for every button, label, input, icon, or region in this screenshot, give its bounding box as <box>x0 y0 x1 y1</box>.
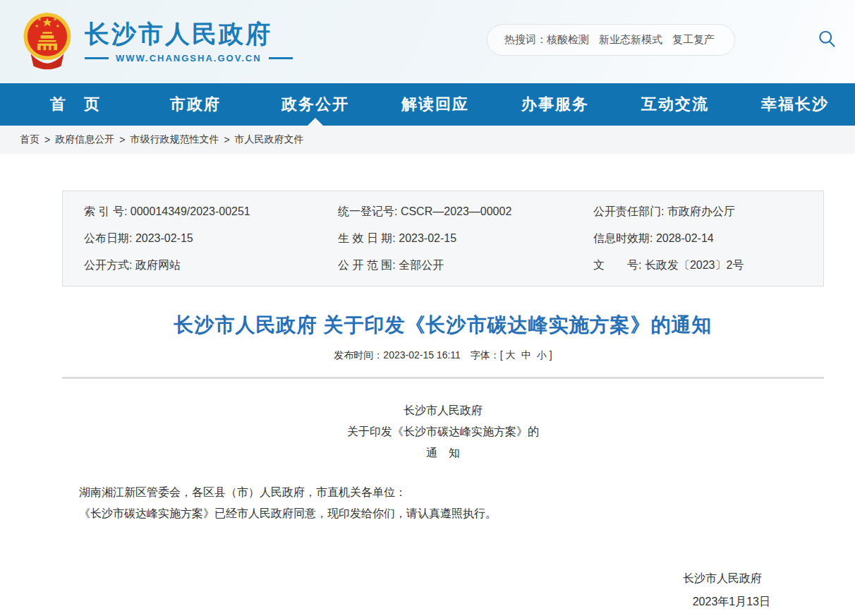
nav-item-home[interactable]: 首 页 <box>16 83 135 126</box>
article-meta-line: 发布时间：2023-02-15 16:11字体：[大中小] <box>62 349 824 362</box>
meta-effective-date: 生 效 日 期: 2023-02-15 <box>338 225 593 252</box>
breadcrumb-current: 市人民政府文件 <box>235 133 304 146</box>
national-emblem-icon <box>20 11 75 73</box>
meta-document-number: 文 号: 长政发〔2023〕2号 <box>593 252 823 279</box>
document-body: 长沙市人民政府 关于印发《长沙市碳达峰实施方案》的 通 知 湖南湘江新区管委会，… <box>62 400 824 612</box>
meta-column-3: 公开责任部门: 市政府办公厅 信息时效期: 2028-02-14 文 号: 长政… <box>593 198 823 279</box>
meta-publish-method: 公开方式: 政府网站 <box>84 252 338 279</box>
url-dash-right <box>269 57 293 59</box>
meta-publish-date: 公布日期: 2023-02-15 <box>84 225 338 252</box>
document-signature: 长沙市人民政府 2023年1月13日 <box>62 568 824 612</box>
doc-heading-line: 长沙市人民政府 <box>62 400 824 421</box>
breadcrumb: 首页 > 政府信息公开 > 市级行政规范性文件 > 市人民政府文件 <box>0 126 855 154</box>
font-size-large[interactable]: 大 <box>506 349 516 361</box>
site-url: WWW.CHANGSHA.GOV.CN <box>116 53 262 64</box>
page-title: 长沙市人民政府 关于印发《长沙市碳达峰实施方案》的通知 <box>62 313 824 337</box>
hot-keyword[interactable]: 核酸检测 <box>547 33 589 47</box>
nav-item-services[interactable]: 办事服务 <box>495 83 615 126</box>
main-content: 索 引 号: 000014349/2023-00251 公布日期: 2023-0… <box>62 191 824 612</box>
publish-time-value: 2023-02-15 16:11 <box>383 349 461 361</box>
doc-heading-line: 通 知 <box>62 442 824 464</box>
meta-index-number: 索 引 号: 000014349/2023-00251 <box>84 198 338 225</box>
nav-item-happy-changsha[interactable]: 幸福长沙 <box>735 83 855 126</box>
signature-date: 2023年1月13日 <box>62 591 824 612</box>
nav-item-interaction[interactable]: 互动交流 <box>615 83 735 126</box>
search-icon <box>817 40 837 51</box>
hot-keyword[interactable]: 复工复产 <box>672 33 715 47</box>
meta-validity-period: 信息时效期: 2028-02-14 <box>593 225 823 252</box>
meta-column-1: 索 引 号: 000014349/2023-00251 公布日期: 2023-0… <box>84 198 338 279</box>
meta-column-2: 统一登记号: CSCR—2023—00002 生 效 日 期: 2023-02-… <box>338 198 593 279</box>
active-tab-indicator <box>308 118 323 126</box>
doc-heading-line: 关于印发《长沙市碳达峰实施方案》的 <box>62 421 824 442</box>
title-divider <box>62 377 824 379</box>
site-logo[interactable]: 长沙市人民政府 WWW.CHANGSHA.GOV.CN <box>20 11 293 73</box>
signature-issuer: 长沙市人民政府 <box>62 568 824 589</box>
document-meta-table: 索 引 号: 000014349/2023-00251 公布日期: 2023-0… <box>62 191 824 286</box>
breadcrumb-separator: > <box>119 134 125 145</box>
hot-keyword[interactable]: 新业态新模式 <box>599 33 662 47</box>
nav-item-gov-info[interactable]: 政务公开 <box>255 83 375 126</box>
breadcrumb-gov-info[interactable]: 政府信息公开 <box>55 133 114 146</box>
font-size-medium[interactable]: 中 <box>521 349 531 361</box>
meta-responsible-dept: 公开责任部门: 市政府办公厅 <box>593 198 823 225</box>
search-area: 热搜词： 核酸检测 新业态新模式 复工复产 <box>487 24 839 56</box>
font-size-small[interactable]: 小 <box>537 349 547 361</box>
breadcrumb-normative-docs[interactable]: 市级行政规范性文件 <box>130 133 219 146</box>
meta-registration-number: 统一登记号: CSCR—2023—00002 <box>338 198 593 225</box>
nav-item-interpretation[interactable]: 解读回应 <box>375 83 495 126</box>
hot-search-label: 热搜词： <box>504 33 547 47</box>
doc-paragraph: 《长沙市碳达峰实施方案》已经市人民政府同意，现印发给你们，请认真遵照执行。 <box>79 503 824 524</box>
breadcrumb-home[interactable]: 首页 <box>20 133 40 146</box>
main-nav: 首 页 市政府 政务公开 解读回应 办事服务 互动交流 幸福长沙 <box>0 83 855 126</box>
site-title: 长沙市人民政府 <box>85 20 293 48</box>
nav-item-city-gov[interactable]: 市政府 <box>135 83 255 126</box>
meta-open-scope: 公 开 范 围: 全部公开 <box>338 252 593 279</box>
publish-time-label: 发布时间： <box>334 349 383 361</box>
breadcrumb-separator: > <box>224 134 229 145</box>
font-size-label: 字体： <box>471 349 500 361</box>
breadcrumb-separator: > <box>44 134 50 145</box>
search-button[interactable] <box>817 29 837 51</box>
doc-paragraph: 湖南湘江新区管委会，各区县（市）人民政府，市直机关各单位： <box>79 482 824 503</box>
url-dash-left <box>85 57 109 59</box>
search-input[interactable]: 热搜词： 核酸检测 新业态新模式 复工复产 <box>487 24 735 56</box>
site-header: 长沙市人民政府 WWW.CHANGSHA.GOV.CN 热搜词： 核酸检测 新业… <box>0 0 855 83</box>
